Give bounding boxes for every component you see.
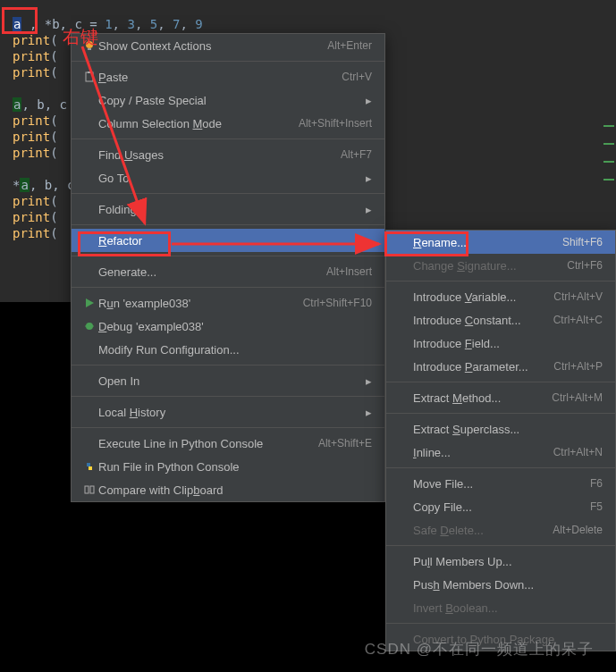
context-menu-item[interactable]: Folding▸ [72, 197, 384, 221]
menu-shortcut: Alt+Shift+Insert [299, 117, 372, 130]
menu-separator [72, 287, 384, 288]
menu-item-label: Compare with Clipboard [98, 483, 372, 497]
context-menu-item[interactable]: Column Selection ModeAlt+Shift+Insert [72, 112, 384, 135]
menu-item-label: Inline... [413, 446, 553, 459]
context-menu-item[interactable]: Run 'example038'Ctrl+Shift+F10 [72, 291, 384, 315]
chevron-right-icon: ▸ [359, 406, 372, 419]
menu-shortcut: Alt+Insert [326, 265, 372, 278]
refactor-menu-item[interactable]: Pull Members Up... [386, 550, 615, 573]
refactor-menu-item[interactable]: Introduce Field... [386, 332, 615, 355]
menu-separator [72, 365, 384, 365]
context-menu-item[interactable]: Compare with Clipboard [72, 478, 384, 501]
context-menu-item[interactable]: Execute Line in Python ConsoleAlt+Shift+… [72, 432, 384, 455]
context-menu-item[interactable]: PasteCtrl+V [72, 65, 384, 88]
watermark: CSDN @不在同一频道上的呆子 [365, 639, 594, 659]
menu-separator [72, 427, 384, 428]
menu-item-label: Open In [98, 374, 359, 388]
refactor-menu-item[interactable]: Introduce Variable...Ctrl+Alt+V [386, 285, 615, 308]
menu-item-label: Paste [98, 71, 342, 84]
refactor-menu-item: Invert Boolean... [386, 596, 615, 619]
svg-rect-7 [90, 486, 94, 493]
refactor-menu-item[interactable]: Inline...Ctrl+Alt+N [386, 441, 615, 464]
context-menu-item[interactable]: Generate...Alt+Insert [72, 260, 384, 283]
menu-shortcut: Ctrl+F6 [567, 259, 603, 272]
menu-separator [386, 281, 615, 281]
menu-item-label: Change Signature... [413, 259, 567, 273]
menu-item-label: Introduce Variable... [413, 290, 553, 304]
menu-shortcut: Alt+F7 [341, 148, 372, 161]
menu-shortcut: Ctrl+Alt+N [553, 446, 603, 458]
menu-item-label: Generate... [98, 265, 326, 279]
play-icon [80, 297, 98, 309]
svg-rect-6 [85, 486, 89, 493]
context-menu-item[interactable]: Open In▸ [72, 369, 384, 392]
py-icon [80, 460, 98, 473]
chevron-right-icon: ▸ [359, 203, 372, 216]
menu-item-label: Extract Method... [413, 391, 552, 405]
refactor-menu-item[interactable]: Introduce Parameter...Ctrl+Alt+P [386, 355, 615, 378]
menu-separator [386, 545, 615, 546]
chevron-right-icon: ▸ [359, 94, 372, 107]
menu-separator [386, 382, 615, 382]
bug-icon [80, 320, 98, 332]
chevron-right-icon: ▸ [359, 172, 372, 185]
menu-item-label: Introduce Parameter... [413, 360, 553, 374]
annotation-label: 右键 [63, 25, 98, 49]
chevron-right-icon: ▸ [359, 234, 372, 248]
menu-item-label: Introduce Field... [413, 337, 603, 350]
context-menu-item[interactable]: Show Context ActionsAlt+Enter [72, 34, 384, 57]
menu-shortcut: Alt+Shift+E [318, 437, 372, 449]
menu-shortcut: Ctrl+V [342, 71, 372, 83]
context-menu-item[interactable]: Copy / Paste Special▸ [72, 88, 384, 112]
context-menu-item[interactable]: Find UsagesAlt+F7 [72, 143, 384, 166]
refactor-menu-item: Safe Delete...Alt+Delete [386, 518, 615, 542]
menu-separator [386, 623, 615, 624]
menu-separator [386, 413, 615, 414]
menu-item-label: Go To [98, 172, 359, 185]
menu-item-label: Safe Delete... [413, 524, 553, 537]
context-menu-item[interactable]: Modify Run Configuration... [72, 338, 384, 361]
paste-icon [80, 71, 98, 83]
menu-separator [72, 396, 384, 397]
menu-item-label: Execute Line in Python Console [98, 437, 318, 450]
menu-shortcut: Alt+Delete [553, 524, 603, 536]
refactor-menu-item[interactable]: Extract Superclass... [386, 417, 615, 441]
svg-rect-2 [86, 72, 93, 81]
refactor-menu-item[interactable]: Rename...Shift+F6 [386, 231, 615, 254]
menu-separator [72, 193, 384, 194]
menu-item-label: Push Members Down... [413, 578, 603, 592]
menu-item-label: Refactor [98, 234, 359, 248]
context-menu-item[interactable]: Go To▸ [72, 166, 384, 189]
menu-separator [386, 467, 615, 468]
menu-item-label: Move File... [413, 477, 590, 491]
context-menu-item[interactable]: Run File in Python Console [72, 455, 384, 478]
context-menu-item[interactable]: Local History▸ [72, 400, 384, 424]
refactor-menu-item[interactable]: Introduce Constant...Ctrl+Alt+C [386, 308, 615, 332]
menu-separator [72, 224, 384, 225]
refactor-menu-item[interactable]: Copy File...F5 [386, 495, 615, 518]
menu-shortcut: Alt+Enter [327, 39, 372, 52]
refactor-menu-item[interactable]: Extract Method...Ctrl+Alt+M [386, 386, 615, 409]
menu-item-label: Folding [98, 203, 359, 216]
menu-item-label: Extract Superclass... [413, 423, 603, 436]
context-menu-item[interactable]: Debug 'example038' [72, 315, 384, 338]
menu-item-label: Copy File... [413, 500, 590, 514]
menu-shortcut: Ctrl+Alt+M [552, 391, 603, 404]
menu-item-label: Pull Members Up... [413, 555, 603, 568]
context-menu-item[interactable]: Refactor▸ [72, 229, 384, 252]
refactor-menu-item[interactable]: Move File...F6 [386, 472, 615, 495]
menu-item-label: Invert Boolean... [413, 601, 603, 615]
menu-item-label: Local History [98, 406, 359, 419]
menu-shortcut: F6 [590, 477, 603, 490]
menu-item-label: Rename... [413, 236, 562, 249]
menu-item-label: Run File in Python Console [98, 460, 372, 474]
diff-icon [80, 483, 98, 496]
menu-separator [72, 256, 384, 256]
menu-item-label: Modify Run Configuration... [98, 343, 372, 357]
menu-item-label: Copy / Paste Special [98, 94, 359, 107]
menu-shortcut: Shift+F6 [562, 236, 603, 248]
menu-shortcut: Ctrl+Alt+C [553, 314, 603, 326]
refactor-menu-item[interactable]: Push Members Down... [386, 573, 615, 596]
menu-shortcut: F5 [590, 500, 603, 513]
menu-item-label: Debug 'example038' [98, 320, 372, 333]
